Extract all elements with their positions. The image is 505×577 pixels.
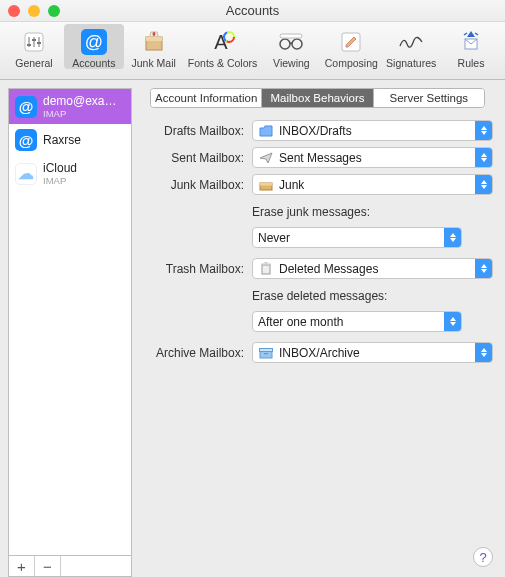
signature-icon: [397, 28, 425, 56]
erase-junk-label: Erase junk messages:: [252, 205, 493, 219]
accounts-sidebar: @ demo@exa… IMAP @ Raxrse ☁ iCloud IMAP: [0, 80, 132, 577]
toolbar-accounts[interactable]: @ Accounts: [64, 24, 124, 69]
updown-arrows-icon: [475, 148, 492, 167]
preferences-toolbar: General @ Accounts Junk Mail A Fonts & C…: [0, 22, 505, 80]
account-row[interactable]: @ demo@exa… IMAP: [9, 89, 131, 124]
account-row[interactable]: ☁ iCloud IMAP: [9, 156, 131, 191]
archive-mailbox-popup[interactable]: INBOX/Archive: [252, 342, 493, 363]
svg-point-16: [280, 39, 290, 49]
archive-label: Archive Mailbox:: [142, 346, 244, 360]
sent-mailbox-popup[interactable]: Sent Messages: [252, 147, 493, 168]
window-zoom-button[interactable]: [48, 5, 60, 17]
cloud-icon: ☁: [15, 163, 37, 185]
svg-rect-2: [33, 37, 35, 47]
updown-arrows-icon: [475, 121, 492, 140]
updown-arrows-icon: [475, 343, 492, 362]
erase-deleted-value: After one month: [258, 315, 444, 329]
drafts-label: Drafts Mailbox:: [142, 124, 244, 138]
fonts-colors-icon: A: [210, 28, 236, 56]
tab-server-settings[interactable]: Server Settings: [374, 89, 484, 107]
svg-rect-5: [32, 39, 36, 41]
erase-deleted-popup[interactable]: After one month: [252, 311, 462, 332]
svg-rect-18: [280, 34, 302, 38]
add-account-button[interactable]: +: [9, 556, 35, 576]
window-close-button[interactable]: [8, 5, 20, 17]
svg-rect-28: [264, 353, 268, 354]
toolbar-signatures[interactable]: Signatures: [381, 24, 441, 69]
account-name: iCloud: [43, 161, 77, 175]
junk-box-icon: [258, 177, 274, 193]
tab-account-information[interactable]: Account Information: [151, 89, 262, 107]
main-panel: Account Information Mailbox Behaviors Se…: [132, 80, 505, 577]
remove-account-button[interactable]: −: [35, 556, 61, 576]
trash-mailbox-popup[interactable]: Deleted Messages: [252, 258, 493, 279]
toolbar-label: Junk Mail: [132, 57, 176, 69]
account-name: Raxrse: [43, 133, 81, 147]
account-row[interactable]: @ Raxrse: [9, 124, 131, 156]
at-icon: @: [81, 28, 107, 56]
folder-icon: [258, 123, 274, 139]
svg-rect-6: [37, 42, 41, 44]
slider-icon: [22, 28, 46, 56]
drafts-value: INBOX/Drafts: [279, 124, 475, 138]
account-sub: IMAP: [43, 175, 77, 186]
toolbar-label: Fonts & Colors: [188, 57, 257, 69]
svg-rect-10: [146, 37, 162, 41]
svg-point-11: [152, 32, 155, 36]
toolbar-junk-mail[interactable]: Junk Mail: [124, 24, 184, 69]
tab-mailbox-behaviors[interactable]: Mailbox Behaviors: [262, 89, 373, 107]
window-title: Accounts: [0, 3, 505, 18]
svg-rect-27: [260, 348, 273, 351]
toolbar-label: Accounts: [72, 57, 115, 69]
svg-rect-4: [27, 44, 31, 46]
toolbar-label: Composing: [325, 57, 378, 69]
junk-value: Junk: [279, 178, 475, 192]
updown-arrows-icon: [444, 312, 461, 331]
updown-arrows-icon: [475, 259, 492, 278]
archive-value: INBOX/Archive: [279, 346, 475, 360]
glasses-icon: [277, 28, 305, 56]
svg-text:@: @: [85, 32, 103, 52]
account-name: demo@exa…: [43, 94, 117, 108]
trash-bin-icon: [141, 28, 167, 56]
mailbox-behaviors-form: Drafts Mailbox: INBOX/Drafts Sent Mailbo…: [142, 120, 493, 363]
svg-rect-22: [260, 183, 272, 186]
toolbar-viewing[interactable]: Viewing: [261, 24, 321, 69]
help-button[interactable]: ?: [473, 547, 493, 567]
updown-arrows-icon: [475, 175, 492, 194]
at-icon: @: [15, 129, 37, 151]
junk-mailbox-popup[interactable]: Junk: [252, 174, 493, 195]
archive-box-icon: [258, 345, 274, 361]
account-sub: IMAP: [43, 108, 117, 119]
toolbar-label: Signatures: [386, 57, 436, 69]
updown-arrows-icon: [444, 228, 461, 247]
toolbar-rules[interactable]: Rules: [441, 24, 501, 69]
toolbar-label: Rules: [458, 57, 485, 69]
account-tabs: Account Information Mailbox Behaviors Se…: [150, 88, 485, 108]
svg-rect-26: [260, 351, 272, 358]
svg-rect-25: [265, 262, 268, 264]
erase-junk-value: Never: [258, 231, 444, 245]
paper-plane-icon: [258, 150, 274, 166]
svg-rect-23: [262, 265, 270, 274]
trash-value: Deleted Messages: [279, 262, 475, 276]
toolbar-label: General: [15, 57, 52, 69]
sent-label: Sent Mailbox:: [142, 151, 244, 165]
svg-rect-24: [261, 264, 271, 266]
svg-point-17: [292, 39, 302, 49]
rules-icon: [458, 28, 484, 56]
junk-label: Junk Mailbox:: [142, 178, 244, 192]
toolbar-label: Viewing: [273, 57, 310, 69]
trash-icon: [258, 261, 274, 277]
toolbar-fonts-colors[interactable]: A Fonts & Colors: [184, 24, 262, 69]
erase-junk-popup[interactable]: Never: [252, 227, 462, 248]
titlebar: Accounts: [0, 0, 505, 22]
window-minimize-button[interactable]: [28, 5, 40, 17]
toolbar-composing[interactable]: Composing: [321, 24, 381, 69]
compose-icon: [339, 28, 363, 56]
at-icon: @: [15, 96, 37, 118]
drafts-mailbox-popup[interactable]: INBOX/Drafts: [252, 120, 493, 141]
accounts-list: @ demo@exa… IMAP @ Raxrse ☁ iCloud IMAP: [8, 88, 132, 555]
toolbar-general[interactable]: General: [4, 24, 64, 69]
sent-value: Sent Messages: [279, 151, 475, 165]
